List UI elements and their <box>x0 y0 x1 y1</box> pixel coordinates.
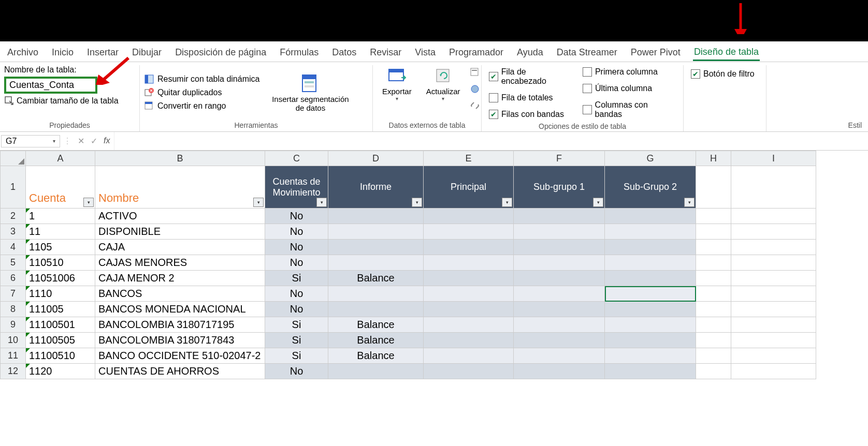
cell[interactable] <box>696 224 731 240</box>
cell[interactable]: CUENTAS DE AHORROS <box>95 364 265 379</box>
remove-duplicates-button[interactable]: Quitar duplicados <box>144 87 259 98</box>
row-header[interactable]: 6 <box>0 271 26 286</box>
row-header[interactable]: 5 <box>0 255 26 271</box>
tab-inicio[interactable]: Inicio <box>51 45 75 60</box>
cell[interactable] <box>696 348 731 364</box>
check-header-row[interactable]: ✔Fila de encabezado <box>489 67 572 86</box>
cell[interactable]: BANCOS <box>95 286 265 302</box>
cell[interactable]: BANCOLOMBIA 3180717843 <box>95 333 265 348</box>
check-filter-button[interactable]: ✔Botón de filtro <box>691 69 755 79</box>
check-total-row[interactable]: Fila de totales <box>489 93 572 102</box>
cell[interactable] <box>731 271 816 286</box>
cell[interactable] <box>731 348 816 364</box>
cell[interactable] <box>731 240 816 255</box>
row-header[interactable]: 8 <box>0 302 26 317</box>
cell[interactable]: 11100510 <box>26 348 95 364</box>
col-header[interactable]: F <box>514 151 605 166</box>
cell[interactable]: No <box>265 364 328 379</box>
row-header[interactable]: 1 <box>0 166 26 209</box>
row-header[interactable]: 7 <box>0 286 26 302</box>
cell[interactable] <box>605 317 696 333</box>
cell[interactable]: Si <box>265 348 328 364</box>
cancel-formula-icon[interactable]: ✕ <box>78 136 84 146</box>
filter-dropdown-icon[interactable]: ▾ <box>253 198 264 207</box>
row-header[interactable]: 10 <box>0 333 26 348</box>
convert-to-range-button[interactable]: Convertir en rango <box>144 101 259 111</box>
row-header[interactable]: 4 <box>0 240 26 255</box>
cell[interactable] <box>696 333 731 348</box>
cell[interactable] <box>514 240 605 255</box>
table-header-cuentas-movimiento[interactable]: Cuentas de Movimiento ▾ <box>265 166 328 209</box>
cell[interactable] <box>696 166 731 209</box>
formula-input[interactable] <box>114 132 868 150</box>
cell[interactable]: 11051006 <box>26 271 95 286</box>
cell[interactable] <box>696 317 731 333</box>
cell[interactable] <box>328 240 424 255</box>
cell[interactable] <box>328 209 424 224</box>
table-header-subgrupo1[interactable]: Sub-grupo 1 ▾ <box>514 166 605 209</box>
cell[interactable] <box>424 333 514 348</box>
cell[interactable] <box>424 271 514 286</box>
cell[interactable] <box>731 317 816 333</box>
tab-programador[interactable]: Programador <box>448 45 504 60</box>
cell[interactable] <box>605 240 696 255</box>
tab-formulas[interactable]: Fórmulas <box>279 45 320 60</box>
tab-data-streamer[interactable]: Data Streamer <box>556 45 618 60</box>
filter-dropdown-icon[interactable]: ▾ <box>316 198 327 207</box>
export-button[interactable]: Exportar ▾ <box>377 65 417 101</box>
cell[interactable]: 110510 <box>26 255 95 271</box>
row-header[interactable]: 9 <box>0 317 26 333</box>
cell[interactable] <box>696 255 731 271</box>
cell[interactable]: 1105 <box>26 240 95 255</box>
filter-dropdown-icon[interactable]: ▾ <box>83 198 94 207</box>
tab-archivo[interactable]: Archivo <box>6 45 39 60</box>
cell[interactable]: BANCOLOMBIA 3180717195 <box>95 317 265 333</box>
tab-dibujar[interactable]: Dibujar <box>131 45 163 60</box>
table-header-informe[interactable]: Informe ▾ <box>328 166 424 209</box>
table-header-cuenta[interactable]: Cuenta ▾ <box>26 166 95 209</box>
cell[interactable] <box>605 271 696 286</box>
cell[interactable] <box>605 302 696 317</box>
cell[interactable]: Si <box>265 333 328 348</box>
table-name-input[interactable] <box>4 77 97 94</box>
tab-revisar[interactable]: Revisar <box>369 45 402 60</box>
cell[interactable]: Balance <box>328 333 424 348</box>
cell[interactable]: Balance <box>328 271 424 286</box>
table-header-subgrupo2[interactable]: Sub-Grupo 2 ▾ <box>605 166 696 209</box>
cell[interactable]: No <box>265 302 328 317</box>
cell[interactable]: 11100501 <box>26 317 95 333</box>
tab-ayuda[interactable]: Ayuda <box>516 45 544 60</box>
cell[interactable]: CAJA <box>95 240 265 255</box>
row-header[interactable]: 12 <box>0 364 26 379</box>
check-first-col[interactable]: Primera columna <box>583 67 676 77</box>
col-header[interactable]: B <box>95 151 265 166</box>
name-box[interactable]: G7 ▾ <box>1 135 60 147</box>
open-browser-icon[interactable] <box>470 84 480 94</box>
tab-power-pivot[interactable]: Power Pivot <box>630 45 682 60</box>
cell[interactable] <box>424 286 514 302</box>
cell[interactable] <box>328 255 424 271</box>
cell[interactable]: Balance <box>328 348 424 364</box>
cell[interactable]: BANCO OCCIDENTE 510-02047-2 <box>95 348 265 364</box>
cell[interactable]: DISPONIBLE <box>95 224 265 240</box>
cell[interactable] <box>514 224 605 240</box>
filter-dropdown-icon[interactable]: ▾ <box>593 198 603 207</box>
cell[interactable] <box>605 286 696 302</box>
filter-dropdown-icon[interactable]: ▾ <box>412 198 422 207</box>
cell[interactable] <box>731 166 816 209</box>
cell[interactable] <box>514 302 605 317</box>
summarize-pivot-button[interactable]: Resumir con tabla dinámica <box>144 74 259 84</box>
filter-dropdown-icon[interactable]: ▾ <box>502 198 512 207</box>
resize-table-button[interactable]: Cambiar tamaño de la tabla <box>4 96 119 106</box>
insert-slicer-button[interactable]: Insertar segmentación de datos <box>264 65 357 120</box>
fx-icon[interactable]: fx <box>104 136 110 146</box>
cell[interactable] <box>731 333 816 348</box>
tab-vista[interactable]: Vista <box>414 45 437 60</box>
cell[interactable]: No <box>265 240 328 255</box>
accept-formula-icon[interactable]: ✓ <box>91 136 97 146</box>
col-header[interactable]: G <box>605 151 696 166</box>
tab-datos[interactable]: Datos <box>331 45 357 60</box>
cell[interactable]: 111005 <box>26 302 95 317</box>
cell[interactable] <box>731 224 816 240</box>
cell[interactable] <box>605 255 696 271</box>
